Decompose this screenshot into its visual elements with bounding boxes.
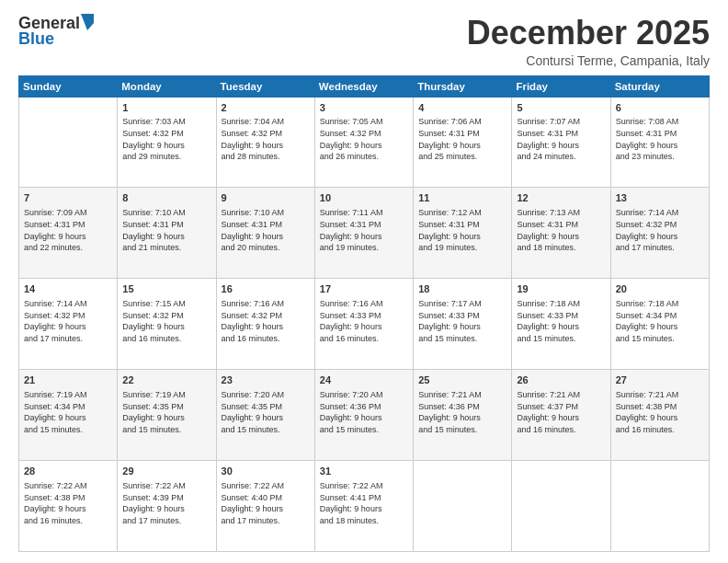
day-number: 8 (122, 191, 210, 205)
day-info: Sunrise: 7:20 AMSunset: 4:35 PMDaylight:… (222, 389, 310, 435)
calendar-cell: 14Sunrise: 7:14 AMSunset: 4:32 PMDayligh… (19, 279, 118, 370)
day-info: Sunrise: 7:14 AMSunset: 4:32 PMDaylight:… (616, 207, 704, 253)
day-number: 4 (418, 101, 506, 115)
day-info: Sunrise: 7:22 AMSunset: 4:40 PMDaylight:… (222, 480, 310, 526)
day-number: 27 (616, 373, 704, 387)
calendar-week-4: 21Sunrise: 7:19 AMSunset: 4:34 PMDayligh… (19, 370, 710, 461)
col-header-wednesday: Wednesday (314, 75, 413, 97)
day-info: Sunrise: 7:21 AMSunset: 4:36 PMDaylight:… (418, 389, 506, 435)
day-number: 17 (320, 282, 408, 296)
day-number: 23 (222, 373, 310, 387)
day-number: 25 (418, 373, 506, 387)
day-info: Sunrise: 7:22 AMSunset: 4:39 PMDaylight:… (122, 480, 210, 526)
day-number: 22 (122, 373, 210, 387)
day-info: Sunrise: 7:03 AMSunset: 4:32 PMDaylight:… (122, 116, 210, 162)
day-number: 20 (616, 282, 704, 296)
calendar-cell: 25Sunrise: 7:21 AMSunset: 4:36 PMDayligh… (414, 370, 512, 461)
day-info: Sunrise: 7:18 AMSunset: 4:33 PMDaylight:… (517, 298, 605, 344)
day-info: Sunrise: 7:22 AMSunset: 4:41 PMDaylight:… (320, 480, 408, 526)
day-info: Sunrise: 7:17 AMSunset: 4:33 PMDaylight:… (418, 298, 506, 344)
day-number: 16 (222, 282, 310, 296)
day-info: Sunrise: 7:11 AMSunset: 4:31 PMDaylight:… (320, 207, 408, 253)
calendar-cell: 11Sunrise: 7:12 AMSunset: 4:31 PMDayligh… (414, 188, 512, 279)
calendar-cell: 30Sunrise: 7:22 AMSunset: 4:40 PMDayligh… (216, 461, 314, 552)
title-block: December 2025 Contursi Terme, Campania, … (467, 15, 710, 68)
day-number: 11 (418, 191, 506, 205)
calendar-cell: 21Sunrise: 7:19 AMSunset: 4:34 PMDayligh… (19, 370, 118, 461)
day-number: 6 (616, 101, 704, 115)
col-header-monday: Monday (118, 75, 216, 97)
day-number: 24 (320, 373, 408, 387)
day-info: Sunrise: 7:20 AMSunset: 4:36 PMDaylight:… (320, 389, 408, 435)
calendar-cell: 19Sunrise: 7:18 AMSunset: 4:33 PMDayligh… (512, 279, 610, 370)
day-info: Sunrise: 7:12 AMSunset: 4:31 PMDaylight:… (418, 207, 506, 253)
day-info: Sunrise: 7:21 AMSunset: 4:37 PMDaylight:… (517, 389, 605, 435)
day-number: 10 (320, 191, 408, 205)
calendar-cell: 9Sunrise: 7:10 AMSunset: 4:31 PMDaylight… (216, 188, 314, 279)
calendar-cell: 8Sunrise: 7:10 AMSunset: 4:31 PMDaylight… (118, 188, 216, 279)
day-info: Sunrise: 7:09 AMSunset: 4:31 PMDaylight:… (24, 207, 112, 253)
day-number: 3 (320, 101, 408, 115)
calendar-cell: 15Sunrise: 7:15 AMSunset: 4:32 PMDayligh… (118, 279, 216, 370)
calendar-cell (19, 97, 118, 188)
day-number: 5 (517, 101, 605, 115)
calendar-cell: 6Sunrise: 7:08 AMSunset: 4:31 PMDaylight… (610, 97, 709, 188)
header: General Blue December 2025 Contursi Term… (18, 15, 710, 68)
calendar-cell (610, 461, 709, 552)
day-number: 21 (24, 373, 112, 387)
day-number: 15 (122, 282, 210, 296)
calendar-week-1: 1Sunrise: 7:03 AMSunset: 4:32 PMDaylight… (19, 97, 710, 188)
calendar-week-5: 28Sunrise: 7:22 AMSunset: 4:38 PMDayligh… (19, 461, 710, 552)
calendar-cell: 18Sunrise: 7:17 AMSunset: 4:33 PMDayligh… (414, 279, 512, 370)
day-info: Sunrise: 7:06 AMSunset: 4:31 PMDaylight:… (418, 116, 506, 162)
calendar-cell: 5Sunrise: 7:07 AMSunset: 4:31 PMDaylight… (512, 97, 610, 188)
day-number: 1 (122, 101, 210, 115)
day-number: 30 (222, 465, 310, 478)
calendar-cell: 31Sunrise: 7:22 AMSunset: 4:41 PMDayligh… (314, 461, 413, 552)
day-info: Sunrise: 7:04 AMSunset: 4:32 PMDaylight:… (222, 116, 310, 162)
day-info: Sunrise: 7:08 AMSunset: 4:31 PMDaylight:… (616, 116, 704, 162)
calendar-cell (414, 461, 512, 552)
day-info: Sunrise: 7:19 AMSunset: 4:34 PMDaylight:… (24, 389, 112, 435)
day-info: Sunrise: 7:22 AMSunset: 4:38 PMDaylight:… (24, 480, 112, 526)
location-subtitle: Contursi Terme, Campania, Italy (467, 53, 710, 68)
calendar-cell: 1Sunrise: 7:03 AMSunset: 4:32 PMDaylight… (118, 97, 216, 188)
calendar-week-3: 14Sunrise: 7:14 AMSunset: 4:32 PMDayligh… (19, 279, 710, 370)
logo: General Blue (18, 15, 94, 49)
calendar-cell: 13Sunrise: 7:14 AMSunset: 4:32 PMDayligh… (610, 188, 709, 279)
day-number: 29 (122, 465, 210, 478)
day-info: Sunrise: 7:16 AMSunset: 4:32 PMDaylight:… (222, 298, 310, 344)
day-number: 28 (24, 465, 112, 478)
day-info: Sunrise: 7:10 AMSunset: 4:31 PMDaylight:… (222, 207, 310, 253)
day-info: Sunrise: 7:10 AMSunset: 4:31 PMDaylight:… (122, 207, 210, 253)
day-number: 12 (517, 191, 605, 205)
calendar-cell: 17Sunrise: 7:16 AMSunset: 4:33 PMDayligh… (314, 279, 413, 370)
day-number: 7 (24, 191, 112, 205)
svg-marker-0 (81, 14, 94, 30)
logo-icon (81, 14, 94, 30)
month-title: December 2025 (467, 15, 710, 52)
calendar-cell: 3Sunrise: 7:05 AMSunset: 4:32 PMDaylight… (314, 97, 413, 188)
day-info: Sunrise: 7:14 AMSunset: 4:32 PMDaylight:… (24, 298, 112, 344)
col-header-thursday: Thursday (414, 75, 512, 97)
calendar-cell: 27Sunrise: 7:21 AMSunset: 4:38 PMDayligh… (610, 370, 709, 461)
day-number: 13 (616, 191, 704, 205)
calendar-cell: 4Sunrise: 7:06 AMSunset: 4:31 PMDaylight… (414, 97, 512, 188)
day-info: Sunrise: 7:05 AMSunset: 4:32 PMDaylight:… (320, 116, 408, 162)
day-info: Sunrise: 7:13 AMSunset: 4:31 PMDaylight:… (517, 207, 605, 253)
day-number: 14 (24, 282, 112, 296)
calendar-cell: 16Sunrise: 7:16 AMSunset: 4:32 PMDayligh… (216, 279, 314, 370)
col-header-saturday: Saturday (610, 75, 709, 97)
calendar-cell: 26Sunrise: 7:21 AMSunset: 4:37 PMDayligh… (512, 370, 610, 461)
day-info: Sunrise: 7:07 AMSunset: 4:31 PMDaylight:… (517, 116, 605, 162)
day-number: 26 (517, 373, 605, 387)
col-header-tuesday: Tuesday (216, 75, 314, 97)
page: General Blue December 2025 Contursi Term… (0, 0, 728, 563)
calendar-cell: 20Sunrise: 7:18 AMSunset: 4:34 PMDayligh… (610, 279, 709, 370)
calendar-table: SundayMondayTuesdayWednesdayThursdayFrid… (18, 75, 710, 552)
col-header-friday: Friday (512, 75, 610, 97)
calendar-cell (512, 461, 610, 552)
day-info: Sunrise: 7:19 AMSunset: 4:35 PMDaylight:… (122, 389, 210, 435)
calendar-header-row: SundayMondayTuesdayWednesdayThursdayFrid… (19, 75, 710, 97)
day-number: 31 (320, 465, 408, 478)
